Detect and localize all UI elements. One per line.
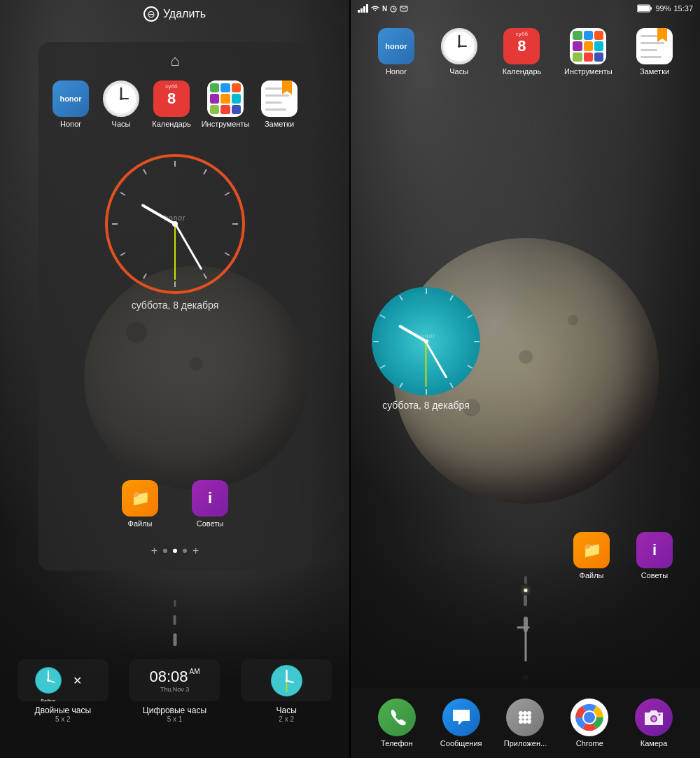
status-battery-time: 99% 15:37 xyxy=(637,4,693,13)
svg-point-28 xyxy=(523,715,527,720)
svg-point-26 xyxy=(527,711,531,715)
right-calendar-icon: субб 8 xyxy=(503,28,540,64)
files-icon: 📁 xyxy=(122,480,158,517)
svg-point-29 xyxy=(527,715,531,720)
app-item-clock[interactable]: Часы xyxy=(97,80,146,129)
dock-camera[interactable]: Камера xyxy=(629,699,678,748)
svg-point-23 xyxy=(458,45,461,48)
widget-digital-clock[interactable]: 08:08 AM Thu,Nov 3 Цифровые часы 5 х 1 xyxy=(125,659,223,723)
app-label-clock: Часы xyxy=(112,120,131,129)
right-app-tools[interactable]: Инструменты xyxy=(560,28,616,76)
app-item-tips-panel[interactable]: i Советы xyxy=(186,480,234,528)
app-label-notes: Заметки xyxy=(265,120,294,129)
street-light xyxy=(522,626,529,629)
right-label-honor: Honor xyxy=(386,67,407,76)
right-app-honor[interactable]: honor Honor xyxy=(372,28,421,76)
hour-hand xyxy=(141,204,176,225)
status-bar: N 99% 15:37 xyxy=(351,0,700,17)
second-hand-right xyxy=(426,342,427,387)
right-small-apps: 📁 Файлы i Советы xyxy=(567,532,679,580)
dual-clock-preview: Beijing ✕ xyxy=(18,659,108,701)
home-icon: ⌂ xyxy=(170,52,179,70)
right-honor-icon: honor xyxy=(378,28,414,64)
hour-hand-right xyxy=(398,324,427,342)
delete-icon: ⊖ xyxy=(144,6,159,22)
messages-icon xyxy=(442,699,480,736)
svg-point-27 xyxy=(519,715,523,720)
n-icon: N xyxy=(382,5,387,13)
widget-label-analog: Часы xyxy=(276,706,296,715)
page-add-left[interactable]: + xyxy=(151,545,158,556)
delete-button[interactable]: ⊖ Удалить xyxy=(144,6,206,22)
app-item-tools[interactable]: Инструменты xyxy=(197,80,253,129)
chrome-icon xyxy=(570,699,608,736)
right-label-tips: Советы xyxy=(641,571,668,580)
svg-point-38 xyxy=(659,714,661,716)
right-panel: N 99% 15:37 xyxy=(351,0,700,758)
app-item-files-panel[interactable]: 📁 Файлы xyxy=(115,480,164,528)
page-indicators: + + xyxy=(38,545,312,556)
widget-size-dual: 5 х 2 xyxy=(55,715,71,723)
wifi-icon xyxy=(370,3,380,13)
right-notes-icon xyxy=(636,28,673,64)
svg-point-30 xyxy=(519,720,523,724)
right-files-icon: 📁 xyxy=(573,532,610,568)
mini-clock-london: ✕ xyxy=(64,667,91,694)
app-item-notes[interactable]: Заметки xyxy=(255,80,304,129)
big-clock-widget: суббота, 8 декабря xyxy=(105,154,245,311)
clock-face-right xyxy=(372,287,480,395)
clock-center-right xyxy=(424,339,428,344)
svg-point-12 xyxy=(285,679,288,682)
right-app-tips[interactable]: i Советы xyxy=(630,532,679,580)
clock-icon xyxy=(103,80,139,117)
camera-icon xyxy=(635,699,673,736)
right-app-files[interactable]: 📁 Файлы xyxy=(567,532,616,580)
panel-bottom-apps: 📁 Файлы i Советы xyxy=(38,480,312,528)
widget-label-dual: Двойные часы xyxy=(35,706,92,715)
page-dot-3 xyxy=(183,549,187,553)
app-label-honor: Honor xyxy=(60,120,81,129)
status-signals: N xyxy=(358,3,408,13)
page-add-right[interactable]: + xyxy=(192,545,199,556)
widget-size-analog: 2 х 2 xyxy=(279,715,294,723)
widget-analog-clock[interactable]: Часы 2 х 2 xyxy=(237,659,335,723)
dock-label-phone: Телефон xyxy=(381,739,413,748)
page-dot-1 xyxy=(163,549,167,553)
dock-chrome[interactable]: Chrome xyxy=(565,699,614,748)
right-app-row: honor Honor Часы субб xyxy=(365,28,686,76)
tools-icon xyxy=(207,80,244,117)
right-app-notes[interactable]: Заметки xyxy=(630,28,679,76)
app-item-honor[interactable]: honor Honor xyxy=(46,80,95,129)
phone-icon xyxy=(378,699,416,736)
dock-label-chrome: Chrome xyxy=(576,739,603,748)
app-item-calendar[interactable]: субб 8 Календарь xyxy=(147,80,196,129)
dock-apps[interactable]: Приложен... xyxy=(500,699,550,748)
alarm-icon xyxy=(389,4,398,13)
right-app-clock[interactable]: Часы xyxy=(435,28,484,76)
widget-size-digital: 5 х 1 xyxy=(167,715,183,723)
dock-label-apps: Приложен... xyxy=(504,739,547,748)
panel-app-row: honor Honor Часы субб xyxy=(38,80,312,129)
svg-point-24 xyxy=(519,711,523,715)
clock-ring xyxy=(105,154,245,294)
digital-time-display: 08:08 xyxy=(149,668,188,686)
svg-point-25 xyxy=(523,711,527,715)
right-label-calendar: Календарь xyxy=(503,67,542,76)
delete-label: Удалить xyxy=(163,8,206,20)
svg-point-37 xyxy=(652,717,656,721)
svg-rect-19 xyxy=(650,7,652,10)
big-clock-right: суббота, 8 декабря xyxy=(372,287,480,411)
mini-clock-beijing: Beijing xyxy=(35,667,62,694)
clock-center xyxy=(172,221,178,227)
mail-icon xyxy=(400,4,408,13)
status-time: 15:37 xyxy=(673,4,693,13)
dock-messages[interactable]: Сообщения xyxy=(437,699,486,748)
dock-phone[interactable]: Телефон xyxy=(372,699,421,748)
digital-clock-preview: 08:08 AM Thu,Nov 3 xyxy=(129,659,220,701)
app-label-tips: Советы xyxy=(197,519,223,528)
bottom-widget-chooser: Beijing ✕ Двойные часы 5 х 2 08:08 AM T xyxy=(0,659,349,723)
widget-dual-clock[interactable]: Beijing ✕ Двойные часы 5 х 2 xyxy=(14,659,112,723)
right-app-calendar[interactable]: субб 8 Календарь xyxy=(497,28,546,76)
right-app-grid: honor Honor Часы субб xyxy=(351,21,700,89)
digital-date-display: Thu,Nov 3 xyxy=(149,686,200,693)
